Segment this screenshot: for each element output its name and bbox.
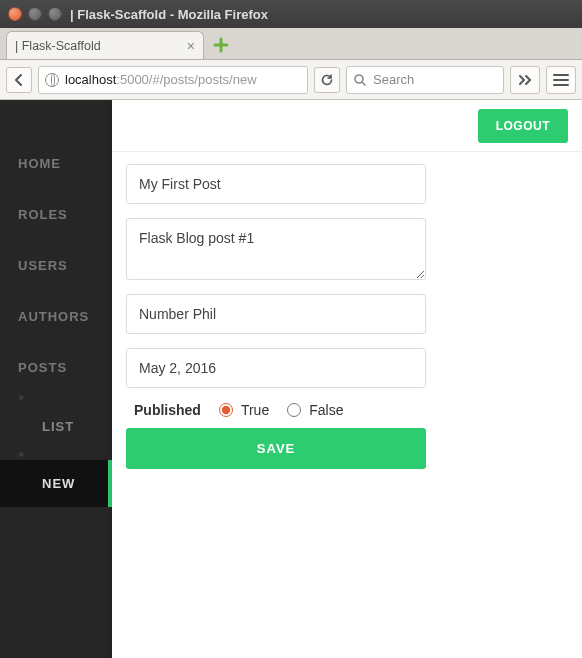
content-topbar: LOGOUT <box>112 100 582 152</box>
chevron-double-right-icon <box>517 74 533 86</box>
sidebar-item-authors[interactable]: AUTHORS <box>0 291 112 342</box>
published-false-radio[interactable] <box>287 403 301 417</box>
browser-tab[interactable]: | Flask-Scaffold × <box>6 31 204 59</box>
sidebar-item-users[interactable]: USERS <box>0 240 112 291</box>
sidebar-item-posts[interactable]: POSTS <box>0 342 112 393</box>
logout-button[interactable]: LOGOUT <box>478 109 568 143</box>
tab-close-icon[interactable]: × <box>187 38 195 54</box>
published-true-radio[interactable] <box>219 403 233 417</box>
toolbar-overflow-button[interactable] <box>510 66 540 94</box>
reload-button[interactable] <box>314 67 340 93</box>
post-form: Flask Blog post #1 Published True False … <box>112 152 432 489</box>
url-host: localhost <box>65 72 116 87</box>
search-placeholder: Search <box>373 72 414 87</box>
globe-icon <box>45 73 59 87</box>
search-bar[interactable]: Search <box>346 66 504 94</box>
window-title: | Flask-Scaffold - Mozilla Firefox <box>70 7 268 22</box>
browser-tabstrip: | Flask-Scaffold × <box>0 28 582 60</box>
published-false-label: False <box>309 402 343 418</box>
window-titlebar: | Flask-Scaffold - Mozilla Firefox <box>0 0 582 28</box>
window-minimize-button[interactable] <box>28 7 42 21</box>
url-text: localhost:5000/#/posts/posts/new <box>65 72 257 87</box>
sidebar-subitem-new[interactable]: NEW <box>0 460 112 507</box>
published-true-label: True <box>241 402 269 418</box>
sidebar-bullet: • <box>0 450 112 460</box>
browser-navbar: localhost:5000/#/posts/posts/new Search <box>0 60 582 100</box>
app-viewport: HOME ROLES USERS AUTHORS POSTS • LIST • … <box>0 100 582 658</box>
back-button[interactable] <box>6 67 32 93</box>
post-title-input[interactable] <box>126 164 426 204</box>
url-path: :5000/#/posts/posts/new <box>116 72 256 87</box>
reload-icon <box>320 73 334 87</box>
sidebar-item-roles[interactable]: ROLES <box>0 189 112 240</box>
window-close-button[interactable] <box>8 7 22 21</box>
sidebar-item-home[interactable]: HOME <box>0 100 112 189</box>
tab-title: | Flask-Scaffold <box>15 39 101 53</box>
window-buttons <box>8 7 62 21</box>
published-label: Published <box>134 402 201 418</box>
hamburger-icon <box>553 74 569 86</box>
window-maximize-button[interactable] <box>48 7 62 21</box>
new-tab-button[interactable] <box>210 34 232 56</box>
post-body-textarea[interactable]: Flask Blog post #1 <box>126 218 426 280</box>
plus-icon <box>213 37 229 53</box>
sidebar-subitem-list[interactable]: LIST <box>0 403 112 450</box>
arrow-left-icon <box>12 73 26 87</box>
sidebar: HOME ROLES USERS AUTHORS POSTS • LIST • … <box>0 100 112 658</box>
search-icon <box>353 73 367 87</box>
url-bar[interactable]: localhost:5000/#/posts/posts/new <box>38 66 308 94</box>
save-button[interactable]: SAVE <box>126 428 426 469</box>
post-date-input[interactable] <box>126 348 426 388</box>
post-author-input[interactable] <box>126 294 426 334</box>
sidebar-bullet: • <box>0 393 112 403</box>
hamburger-menu-button[interactable] <box>546 66 576 94</box>
published-radio-group: Published True False <box>134 402 418 418</box>
main-content: LOGOUT Flask Blog post #1 Published True… <box>112 100 582 658</box>
